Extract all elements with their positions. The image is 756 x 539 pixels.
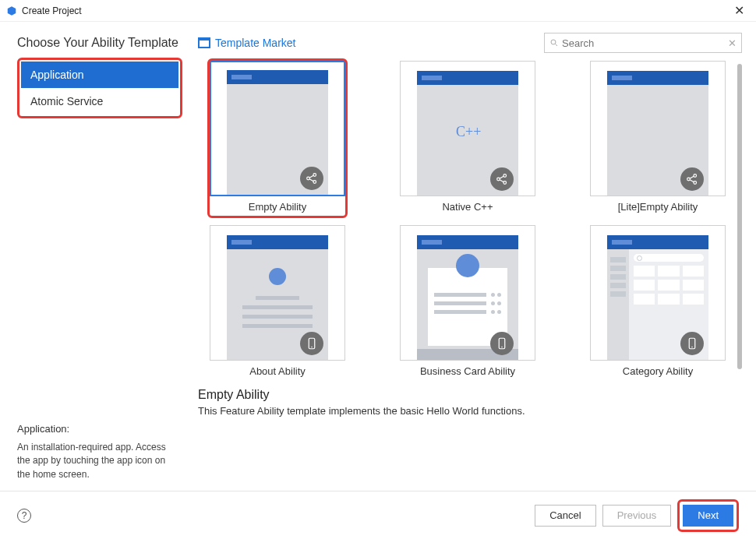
phone-badge-icon xyxy=(490,332,514,355)
svg-point-20 xyxy=(501,347,503,348)
template-description: Empty Ability This Feature Ability templ… xyxy=(198,388,742,417)
template-market-link[interactable]: Template Market xyxy=(198,37,295,49)
svg-line-1 xyxy=(556,44,558,47)
svg-line-10 xyxy=(500,176,503,178)
search-input[interactable] xyxy=(562,37,728,49)
clear-search-icon[interactable]: ✕ xyxy=(728,37,737,49)
highlight-marker: Next xyxy=(677,499,739,532)
svg-line-6 xyxy=(309,179,313,181)
template-card-business-card-ability[interactable]: Business Card Ability xyxy=(388,225,547,377)
page-heading: Choose Your Ability Template xyxy=(17,36,182,50)
previous-button: Previous xyxy=(602,505,672,527)
tab-application[interactable]: Application xyxy=(21,62,178,88)
template-card-native-cpp[interactable]: C++ Native C++ xyxy=(388,61,547,213)
template-card-about-ability[interactable]: About Ability xyxy=(198,225,357,377)
market-icon xyxy=(198,37,210,48)
svg-point-18 xyxy=(311,347,313,348)
phone-badge-icon xyxy=(680,332,704,355)
share-badge-icon xyxy=(680,167,704,191)
svg-point-22 xyxy=(691,347,693,348)
svg-line-5 xyxy=(309,175,313,178)
share-badge-icon xyxy=(490,167,514,191)
close-icon[interactable]: ✕ xyxy=(728,3,750,18)
title-bar: Create Project ✕ xyxy=(0,0,756,22)
svg-point-0 xyxy=(551,40,556,44)
template-card-category-ability[interactable]: Category Ability xyxy=(578,225,737,377)
share-badge-icon xyxy=(300,167,323,190)
help-icon[interactable]: ? xyxy=(17,509,31,523)
search-box[interactable]: ✕ xyxy=(544,33,742,53)
svg-line-16 xyxy=(690,180,694,182)
tab-atomic-service[interactable]: Atomic Service xyxy=(21,88,178,114)
next-button[interactable]: Next xyxy=(683,505,733,527)
template-card-empty-ability[interactable]: Empty Ability xyxy=(198,61,357,213)
scrollbar[interactable] xyxy=(737,64,742,369)
window-title: Create Project xyxy=(22,5,728,16)
project-type-description: Application: An installation-required ap… xyxy=(17,423,182,481)
template-card-lite-empty-ability[interactable]: [Lite]Empty Ability xyxy=(578,61,737,213)
phone-badge-icon xyxy=(300,332,323,355)
svg-line-15 xyxy=(690,176,694,178)
search-icon xyxy=(549,38,559,48)
project-type-tabs: Application Atomic Service xyxy=(17,58,182,118)
cancel-button[interactable]: Cancel xyxy=(535,505,595,527)
cpp-icon: C++ xyxy=(456,124,481,140)
svg-line-11 xyxy=(500,180,503,182)
app-logo-icon xyxy=(6,5,17,16)
